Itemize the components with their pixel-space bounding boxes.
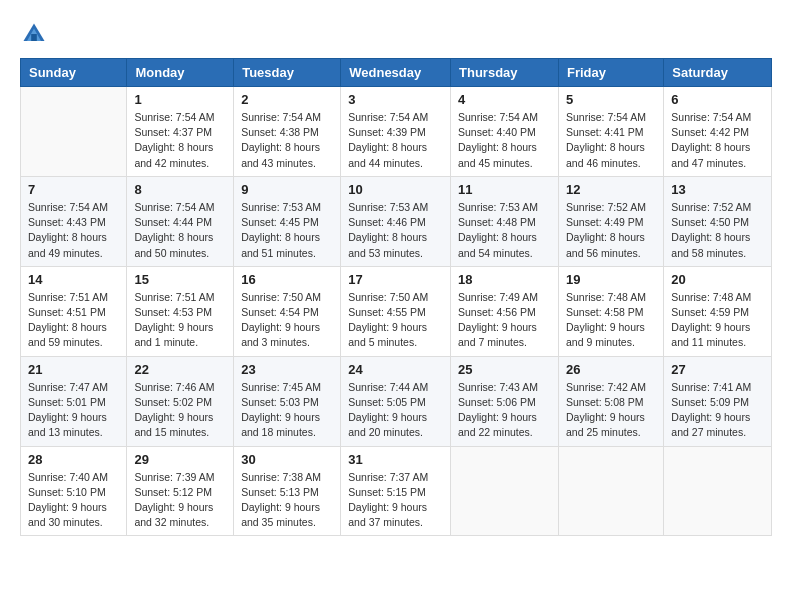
day-info: Sunrise: 7:52 AM Sunset: 4:50 PM Dayligh…: [671, 200, 764, 261]
calendar-cell: 10Sunrise: 7:53 AM Sunset: 4:46 PM Dayli…: [341, 176, 451, 266]
day-info: Sunrise: 7:54 AM Sunset: 4:39 PM Dayligh…: [348, 110, 443, 171]
day-number: 8: [134, 182, 226, 197]
day-number: 11: [458, 182, 551, 197]
day-number: 13: [671, 182, 764, 197]
calendar-cell: 9Sunrise: 7:53 AM Sunset: 4:45 PM Daylig…: [234, 176, 341, 266]
day-info: Sunrise: 7:54 AM Sunset: 4:37 PM Dayligh…: [134, 110, 226, 171]
weekday-header-thursday: Thursday: [451, 59, 559, 87]
week-row-2: 7Sunrise: 7:54 AM Sunset: 4:43 PM Daylig…: [21, 176, 772, 266]
day-number: 15: [134, 272, 226, 287]
weekday-header-sunday: Sunday: [21, 59, 127, 87]
day-info: Sunrise: 7:51 AM Sunset: 4:51 PM Dayligh…: [28, 290, 119, 351]
svg-rect-2: [31, 34, 37, 41]
week-row-1: 1Sunrise: 7:54 AM Sunset: 4:37 PM Daylig…: [21, 87, 772, 177]
day-number: 31: [348, 452, 443, 467]
calendar-cell: 23Sunrise: 7:45 AM Sunset: 5:03 PM Dayli…: [234, 356, 341, 446]
day-number: 3: [348, 92, 443, 107]
calendar-cell: 11Sunrise: 7:53 AM Sunset: 4:48 PM Dayli…: [451, 176, 559, 266]
day-info: Sunrise: 7:53 AM Sunset: 4:45 PM Dayligh…: [241, 200, 333, 261]
day-info: Sunrise: 7:52 AM Sunset: 4:49 PM Dayligh…: [566, 200, 656, 261]
calendar-cell: 30Sunrise: 7:38 AM Sunset: 5:13 PM Dayli…: [234, 446, 341, 536]
day-info: Sunrise: 7:48 AM Sunset: 4:59 PM Dayligh…: [671, 290, 764, 351]
calendar-cell: 8Sunrise: 7:54 AM Sunset: 4:44 PM Daylig…: [127, 176, 234, 266]
week-row-5: 28Sunrise: 7:40 AM Sunset: 5:10 PM Dayli…: [21, 446, 772, 536]
calendar-cell: 27Sunrise: 7:41 AM Sunset: 5:09 PM Dayli…: [664, 356, 772, 446]
day-number: 21: [28, 362, 119, 377]
day-number: 9: [241, 182, 333, 197]
day-info: Sunrise: 7:48 AM Sunset: 4:58 PM Dayligh…: [566, 290, 656, 351]
day-info: Sunrise: 7:54 AM Sunset: 4:40 PM Dayligh…: [458, 110, 551, 171]
weekday-header-monday: Monday: [127, 59, 234, 87]
calendar-cell: 26Sunrise: 7:42 AM Sunset: 5:08 PM Dayli…: [558, 356, 663, 446]
header: [20, 20, 772, 48]
calendar-cell: 6Sunrise: 7:54 AM Sunset: 4:42 PM Daylig…: [664, 87, 772, 177]
day-number: 2: [241, 92, 333, 107]
calendar-cell: [451, 446, 559, 536]
calendar-cell: 2Sunrise: 7:54 AM Sunset: 4:38 PM Daylig…: [234, 87, 341, 177]
day-number: 18: [458, 272, 551, 287]
day-number: 14: [28, 272, 119, 287]
day-number: 22: [134, 362, 226, 377]
calendar-cell: 4Sunrise: 7:54 AM Sunset: 4:40 PM Daylig…: [451, 87, 559, 177]
calendar-cell: 1Sunrise: 7:54 AM Sunset: 4:37 PM Daylig…: [127, 87, 234, 177]
day-number: 23: [241, 362, 333, 377]
day-info: Sunrise: 7:54 AM Sunset: 4:44 PM Dayligh…: [134, 200, 226, 261]
day-number: 4: [458, 92, 551, 107]
calendar-cell: 3Sunrise: 7:54 AM Sunset: 4:39 PM Daylig…: [341, 87, 451, 177]
day-number: 25: [458, 362, 551, 377]
calendar-cell: 18Sunrise: 7:49 AM Sunset: 4:56 PM Dayli…: [451, 266, 559, 356]
calendar-cell: 13Sunrise: 7:52 AM Sunset: 4:50 PM Dayli…: [664, 176, 772, 266]
calendar-cell: 21Sunrise: 7:47 AM Sunset: 5:01 PM Dayli…: [21, 356, 127, 446]
calendar-table: SundayMondayTuesdayWednesdayThursdayFrid…: [20, 58, 772, 536]
day-info: Sunrise: 7:54 AM Sunset: 4:38 PM Dayligh…: [241, 110, 333, 171]
day-info: Sunrise: 7:39 AM Sunset: 5:12 PM Dayligh…: [134, 470, 226, 531]
day-info: Sunrise: 7:54 AM Sunset: 4:41 PM Dayligh…: [566, 110, 656, 171]
day-info: Sunrise: 7:53 AM Sunset: 4:48 PM Dayligh…: [458, 200, 551, 261]
calendar-cell: 20Sunrise: 7:48 AM Sunset: 4:59 PM Dayli…: [664, 266, 772, 356]
day-info: Sunrise: 7:42 AM Sunset: 5:08 PM Dayligh…: [566, 380, 656, 441]
day-info: Sunrise: 7:45 AM Sunset: 5:03 PM Dayligh…: [241, 380, 333, 441]
day-number: 24: [348, 362, 443, 377]
day-info: Sunrise: 7:49 AM Sunset: 4:56 PM Dayligh…: [458, 290, 551, 351]
calendar-cell: [558, 446, 663, 536]
day-number: 28: [28, 452, 119, 467]
day-info: Sunrise: 7:51 AM Sunset: 4:53 PM Dayligh…: [134, 290, 226, 351]
week-row-4: 21Sunrise: 7:47 AM Sunset: 5:01 PM Dayli…: [21, 356, 772, 446]
weekday-header-row: SundayMondayTuesdayWednesdayThursdayFrid…: [21, 59, 772, 87]
day-info: Sunrise: 7:43 AM Sunset: 5:06 PM Dayligh…: [458, 380, 551, 441]
calendar-cell: 7Sunrise: 7:54 AM Sunset: 4:43 PM Daylig…: [21, 176, 127, 266]
day-number: 12: [566, 182, 656, 197]
day-info: Sunrise: 7:38 AM Sunset: 5:13 PM Dayligh…: [241, 470, 333, 531]
day-info: Sunrise: 7:41 AM Sunset: 5:09 PM Dayligh…: [671, 380, 764, 441]
weekday-header-tuesday: Tuesday: [234, 59, 341, 87]
logo: [20, 20, 52, 48]
day-number: 17: [348, 272, 443, 287]
day-number: 5: [566, 92, 656, 107]
calendar-cell: [21, 87, 127, 177]
day-info: Sunrise: 7:46 AM Sunset: 5:02 PM Dayligh…: [134, 380, 226, 441]
weekday-header-wednesday: Wednesday: [341, 59, 451, 87]
calendar-cell: 19Sunrise: 7:48 AM Sunset: 4:58 PM Dayli…: [558, 266, 663, 356]
day-number: 7: [28, 182, 119, 197]
calendar-cell: 24Sunrise: 7:44 AM Sunset: 5:05 PM Dayli…: [341, 356, 451, 446]
day-number: 30: [241, 452, 333, 467]
day-number: 10: [348, 182, 443, 197]
day-number: 27: [671, 362, 764, 377]
day-number: 20: [671, 272, 764, 287]
day-info: Sunrise: 7:40 AM Sunset: 5:10 PM Dayligh…: [28, 470, 119, 531]
calendar-cell: 16Sunrise: 7:50 AM Sunset: 4:54 PM Dayli…: [234, 266, 341, 356]
day-number: 29: [134, 452, 226, 467]
calendar-cell: 14Sunrise: 7:51 AM Sunset: 4:51 PM Dayli…: [21, 266, 127, 356]
day-info: Sunrise: 7:50 AM Sunset: 4:55 PM Dayligh…: [348, 290, 443, 351]
day-number: 16: [241, 272, 333, 287]
logo-icon: [20, 20, 48, 48]
calendar-cell: 17Sunrise: 7:50 AM Sunset: 4:55 PM Dayli…: [341, 266, 451, 356]
weekday-header-friday: Friday: [558, 59, 663, 87]
calendar-cell: 25Sunrise: 7:43 AM Sunset: 5:06 PM Dayli…: [451, 356, 559, 446]
calendar-cell: 15Sunrise: 7:51 AM Sunset: 4:53 PM Dayli…: [127, 266, 234, 356]
day-info: Sunrise: 7:53 AM Sunset: 4:46 PM Dayligh…: [348, 200, 443, 261]
day-number: 6: [671, 92, 764, 107]
weekday-header-saturday: Saturday: [664, 59, 772, 87]
day-number: 1: [134, 92, 226, 107]
calendar-cell: 31Sunrise: 7:37 AM Sunset: 5:15 PM Dayli…: [341, 446, 451, 536]
